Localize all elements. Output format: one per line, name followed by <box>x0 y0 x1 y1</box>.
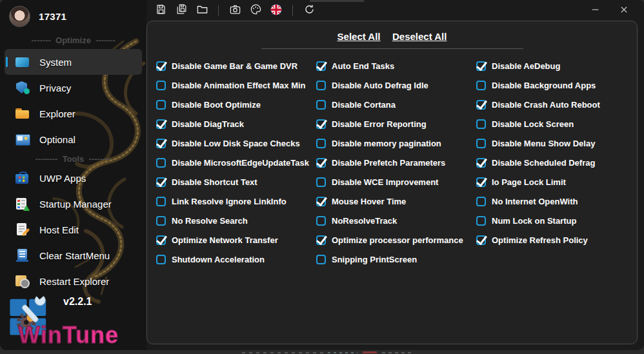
checkbox[interactable] <box>156 119 166 129</box>
brand-block: v2.2.1 WinTune <box>0 286 146 348</box>
option-label: Disable Animation Effect Max Min <box>172 81 306 90</box>
language-button[interactable] <box>266 2 287 19</box>
option-row: Link Resolve Ignore LinkInfo <box>156 192 316 211</box>
select-all-link[interactable]: Select All <box>337 31 381 42</box>
sidebar: 17371 ------- Optimize ------- System Pr… <box>0 0 146 350</box>
theme-button[interactable] <box>245 2 266 19</box>
window-controls <box>585 2 644 19</box>
option-label: Disable Crash Auto Reboot <box>492 100 600 110</box>
option-row: Disable Lock Screen <box>476 114 600 133</box>
open-folder-button[interactable] <box>192 2 212 19</box>
option-row: Disable Crash Auto Reboot <box>476 95 600 114</box>
option-label: Io Page Lock Limit <box>492 177 566 187</box>
checkbox[interactable] <box>476 216 486 226</box>
tools-section-divider: -------- Tools -------- <box>0 154 146 164</box>
user-row: 17371 <box>0 0 146 27</box>
host-edit-icon <box>15 222 30 237</box>
minimize-button[interactable] <box>585 2 607 19</box>
checkbox[interactable] <box>156 235 166 245</box>
option-label: Link Resolve Ignore LinkInfo <box>172 197 287 206</box>
checkbox[interactable] <box>476 81 486 90</box>
checkbox[interactable] <box>476 235 486 245</box>
sidebar-item[interactable]: Optional <box>5 126 142 152</box>
checkbox[interactable] <box>316 158 326 168</box>
version-label: v2.2.1 <box>63 296 92 308</box>
option-label: Snipping PrintScreen <box>332 255 417 264</box>
option-label: Disable Prefetch Parameters <box>332 158 445 168</box>
sidebar-item[interactable]: Host Edit <box>5 217 142 242</box>
sidebar-nav-tools: UWP Apps Startup Manager Host Edit Clear… <box>0 165 146 294</box>
checkbox[interactable] <box>156 255 166 264</box>
optimize-section-divider: ------- Optimize ------- <box>0 35 146 45</box>
option-label: Optimize Refresh Policy <box>492 235 588 245</box>
option-label: Optimize Network Transfer <box>172 235 278 245</box>
checkbox[interactable] <box>156 158 166 168</box>
sidebar-item[interactable]: UWP Apps <box>5 165 142 191</box>
option-label: Disable memory pagination <box>332 139 441 148</box>
sidebar-item[interactable]: System <box>5 49 142 75</box>
option-label: Disable DiagTrack <box>172 119 244 129</box>
checkbox[interactable] <box>316 139 326 148</box>
checkbox[interactable] <box>476 197 486 206</box>
checkbox[interactable] <box>476 139 486 148</box>
checkbox[interactable] <box>476 100 486 110</box>
checkbox[interactable] <box>476 61 486 71</box>
checkbox[interactable] <box>156 61 166 71</box>
checkbox[interactable] <box>316 81 326 90</box>
option-row: Optimize Refresh Policy <box>476 230 600 250</box>
option-label: Disable Lock Screen <box>492 119 574 129</box>
toolbar-separator <box>292 5 293 16</box>
checkbox[interactable] <box>156 100 166 110</box>
options-column-1: Disable Game Bar & Game DVR Disable Anim… <box>156 56 316 269</box>
background-window-fragment <box>310 0 364 2</box>
sidebar-item[interactable]: Explorer <box>5 101 142 126</box>
options-column-3: Disable AeDebug Disable Background Apps … <box>476 56 600 269</box>
option-label: Optimize processor performance <box>332 235 463 245</box>
system-icon <box>15 55 30 69</box>
save-all-button[interactable] <box>171 2 192 19</box>
option-row: Disable Animation Effect Max Min <box>156 75 316 95</box>
checkbox[interactable] <box>316 235 326 245</box>
option-row: Optimize processor performance <box>316 230 476 250</box>
close-button[interactable] <box>613 2 635 19</box>
sidebar-item-label: UWP Apps <box>39 173 86 184</box>
option-row: Disable Menu Show Delay <box>476 133 600 153</box>
checkbox[interactable] <box>316 177 326 187</box>
option-label: Disable Background Apps <box>492 81 596 90</box>
background-window-fragment <box>328 352 357 353</box>
sidebar-item[interactable]: Privacy <box>5 75 142 101</box>
checkbox[interactable] <box>156 197 166 206</box>
options-panel: Select All Deselect All Disable Game Bar… <box>146 21 638 344</box>
option-row: Disable DiagTrack <box>156 114 316 133</box>
checkbox[interactable] <box>316 119 326 129</box>
save-button[interactable] <box>150 2 171 19</box>
option-label: Disable AeDebug <box>492 61 560 71</box>
sidebar-item[interactable]: Startup Manager <box>5 191 142 217</box>
sidebar-item-label: Restart Explorer <box>39 276 109 287</box>
option-row: No Resolve Search <box>156 211 316 230</box>
option-row: Disable Background Apps <box>476 75 600 95</box>
user-avatar <box>9 6 30 27</box>
sidebar-item-label: Explorer <box>39 108 75 119</box>
sidebar-item-label: Privacy <box>39 83 71 93</box>
checkbox[interactable] <box>156 216 166 226</box>
option-label: Disable Cortana <box>332 100 396 110</box>
sidebar-item[interactable]: Clear StartMenu <box>5 242 142 268</box>
checkbox[interactable] <box>156 139 166 148</box>
deselect-all-link[interactable]: Deselect All <box>392 31 447 42</box>
checkbox[interactable] <box>316 255 326 264</box>
checkbox[interactable] <box>156 81 166 90</box>
checkbox[interactable] <box>316 100 326 110</box>
screenshot-button[interactable] <box>225 2 245 19</box>
save-icon <box>155 3 167 17</box>
refresh-button[interactable] <box>299 2 319 19</box>
checkbox[interactable] <box>476 158 486 168</box>
checkbox[interactable] <box>316 197 326 206</box>
checkbox[interactable] <box>476 119 486 129</box>
refresh-icon <box>303 3 316 17</box>
checkbox[interactable] <box>476 177 486 187</box>
brand-name: WinTune <box>18 322 119 349</box>
checkbox[interactable] <box>156 177 166 187</box>
checkbox[interactable] <box>316 216 326 226</box>
checkbox[interactable] <box>316 61 326 71</box>
